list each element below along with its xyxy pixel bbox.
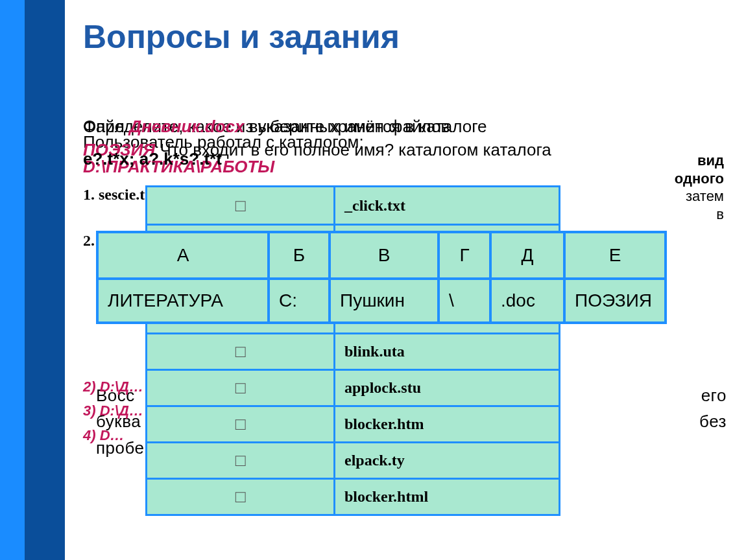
header-cell: Е (566, 233, 664, 277)
table-row: А Б В Г Д Е (99, 233, 664, 277)
header-cell: Б (270, 233, 331, 277)
numbered-list: 2) D:\Д… 3) D:\Д… 4) D… (83, 375, 143, 447)
slide-title: Вопросы и задания (83, 18, 400, 56)
file-cell: blink.uta (335, 334, 559, 369)
table-row: blink.uta (147, 332, 559, 369)
checkbox-placeholder-icon (147, 334, 335, 369)
lower-text: Восс его буква без пробе (96, 382, 727, 461)
value-cell: Пушкин (331, 280, 440, 321)
checkbox-placeholder-icon (147, 480, 335, 514)
side-words: вид одного затем в (675, 152, 724, 223)
text-fragment: в (675, 205, 724, 224)
left-band-inner (25, 0, 65, 560)
value-cell: \ (440, 280, 492, 321)
header-cell: А (99, 233, 270, 277)
letter-table: А Б В Г Д Е ЛИТЕРАТУРА C: Пушкин \ .doc … (96, 231, 667, 324)
file-cell: blocker.html (335, 480, 559, 514)
slide: Вопросы и задания Определите, какое из у… (0, 0, 746, 560)
value-cell: .doc (492, 280, 566, 321)
left-band (0, 0, 65, 560)
checkbox-placeholder-icon (147, 187, 335, 224)
text-fragment: без (699, 408, 727, 434)
value-cell: ЛИТЕРАТУРА (99, 280, 270, 321)
text-fragment: одного (675, 170, 724, 188)
header-cell: Г (440, 233, 492, 277)
table-row: blocker.html (147, 478, 559, 514)
header-cell: В (331, 233, 440, 277)
text-fragment: затем (675, 187, 724, 205)
text-fragment: его (701, 382, 727, 408)
file-cell: _click.txt (335, 187, 559, 224)
value-cell: C: (270, 280, 331, 321)
text-fragment: e?.t*x; a?.k*s?.t*t (83, 149, 222, 169)
table-row: _click.txt (147, 187, 559, 224)
list-item: 4) D… (83, 423, 143, 447)
list-item: 3) D:\Д… (83, 399, 143, 423)
value-cell: ПОЭЗИЯ (566, 280, 664, 321)
header-cell: Д (492, 233, 566, 277)
text-fragment: вид (675, 152, 724, 170)
list-item: 2) D:\Д… (83, 375, 143, 399)
table-row: ЛИТЕРАТУРА C: Пушкин \ .doc ПОЭЗИЯ (99, 277, 664, 321)
